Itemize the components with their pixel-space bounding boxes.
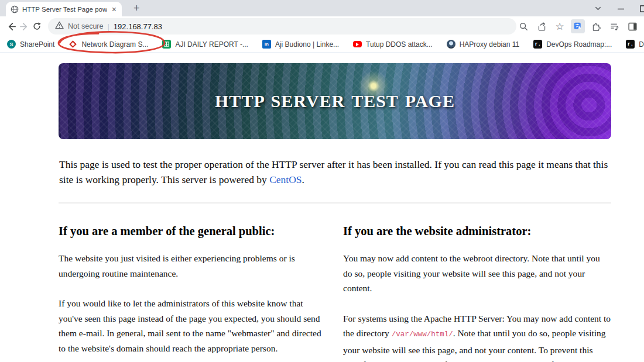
sharepoint-icon: S: [7, 40, 16, 49]
omnibox-separator: |: [107, 22, 109, 31]
window-controls: [594, 0, 644, 16]
new-tab-button[interactable]: +: [130, 2, 143, 16]
toolbar-right-icons: ☆: [516, 19, 639, 33]
side-panel-icon[interactable]: [625, 19, 639, 33]
paragraph: For systems using the Apache HTTP Server…: [343, 311, 611, 362]
search-icon[interactable]: [516, 19, 530, 33]
roadmap-icon: r.: [626, 40, 635, 49]
two-column-section: If you are a member of the general publi…: [59, 225, 611, 362]
browser-toolbar: Not secure | 192.168.77.83 ☆: [0, 16, 644, 36]
diagram-icon: [68, 40, 77, 49]
not-secure-label[interactable]: Not secure: [68, 22, 103, 30]
paragraph: If you would like to let the administrat…: [59, 296, 327, 356]
extensions-puzzle-icon[interactable]: [589, 19, 603, 33]
bookmark-star-icon[interactable]: ☆: [553, 19, 567, 33]
back-icon[interactable]: [6, 19, 16, 34]
translate-icon[interactable]: [571, 19, 585, 33]
not-secure-warning-icon[interactable]: [55, 21, 64, 32]
paragraph: You may now add content to the webroot d…: [343, 251, 611, 296]
administrator-heading: If you are the website administrator:: [343, 225, 611, 238]
minimize-icon[interactable]: [617, 5, 625, 12]
bookmark-linkedin[interactable]: in Aji Budiono | Linke...: [262, 40, 339, 49]
roadmap-icon: r.: [533, 40, 542, 49]
reload-icon[interactable]: [32, 19, 42, 34]
page-content: HTTP SERVER TEST PAGE This page is used …: [0, 53, 644, 362]
code-path: /var/www/html/: [392, 330, 453, 339]
share-icon[interactable]: [535, 19, 549, 33]
bookmark-youtube[interactable]: Tutup DDOS attack...: [353, 40, 433, 49]
maximize-icon[interactable]: [640, 5, 644, 12]
tab-search-chevron-icon[interactable]: [594, 5, 602, 12]
bookmark-network-diagram[interactable]: Network Diagram S...: [68, 40, 148, 49]
url-text[interactable]: 192.168.77.83: [114, 22, 162, 31]
tab-title: HTTP Server Test Page powered: [22, 6, 107, 13]
centos-link[interactable]: CentOS: [269, 174, 302, 185]
intro-paragraph: This page is used to test the proper ope…: [59, 157, 610, 187]
bookmark-docker-roadmap[interactable]: r. Docker Roadmap -...: [626, 40, 644, 49]
youtube-icon: [353, 40, 362, 49]
browser-tab[interactable]: HTTP Server Test Page powered ×: [6, 2, 122, 16]
address-bar[interactable]: Not secure | 192.168.77.83: [48, 18, 516, 35]
general-public-heading: If you are a member of the general publi…: [59, 225, 327, 238]
tab-close-icon[interactable]: ×: [111, 5, 118, 13]
browser-window: HTTP Server Test Page powered × + Not se…: [0, 0, 644, 362]
divider: [59, 202, 611, 204]
linkedin-icon: in: [262, 40, 271, 49]
administrator-column: If you are the website administrator: Yo…: [343, 225, 611, 362]
page-title: HTTP SERVER TEST PAGE: [59, 63, 611, 139]
general-public-column: If you are a member of the general publi…: [59, 225, 327, 362]
bookmark-devops-roadmap[interactable]: r. DevOps Roadmap:...: [533, 40, 612, 49]
paragraph: The website you just visited is either e…: [59, 251, 327, 281]
hero-banner: HTTP SERVER TEST PAGE: [59, 63, 611, 139]
tab-strip: HTTP Server Test Page powered × +: [0, 0, 644, 16]
haproxy-icon: [447, 40, 455, 49]
bookmark-sharepoint[interactable]: S SharePoint: [7, 40, 54, 49]
globe-favicon-icon: [10, 5, 19, 13]
bookmark-daily-report[interactable]: AJI DAILY REPORT -...: [162, 40, 248, 49]
forward-icon[interactable]: [19, 19, 29, 34]
bookmarks-bar: S SharePoint Network Diagram S... AJI DA…: [0, 36, 644, 53]
playlist-queue-icon[interactable]: [607, 19, 621, 33]
bookmark-haproxy[interactable]: HAProxy debian 11: [447, 40, 520, 49]
spreadsheet-icon: [162, 40, 171, 49]
